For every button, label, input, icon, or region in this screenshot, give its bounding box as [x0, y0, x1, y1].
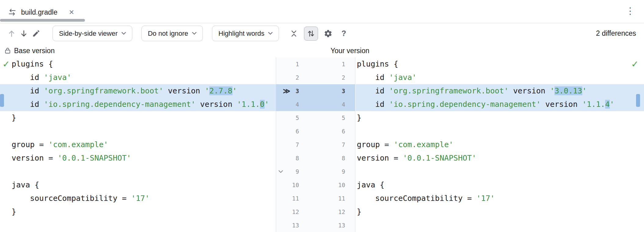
change-scroll-marker-left[interactable] — [0, 94, 4, 107]
line-number-left: 7 — [296, 138, 299, 151]
code-line[interactable]: plugins { — [356, 57, 644, 71]
code-line[interactable]: id 'io.spring.dependency-management' ver… — [356, 98, 644, 111]
diff-icon — [8, 8, 16, 16]
line-number-right: 3 — [342, 84, 345, 98]
code-segment: '0.0.1-SNAPSHOT' — [403, 154, 477, 162]
code-segment: 'com.example' — [48, 140, 108, 149]
gutter-row: 99 — [276, 165, 355, 178]
fold-chevron-icon[interactable] — [278, 169, 284, 175]
code-line[interactable]: version = '0.0.1-SNAPSHOT' — [0, 151, 276, 165]
chevron-down-icon — [122, 32, 126, 35]
line-number-left: 4 — [296, 98, 299, 111]
code-segment: 'org.springframework.boot' — [44, 86, 163, 95]
code-segment: 4 — [605, 100, 610, 109]
code-segment: version — [509, 86, 550, 95]
whitespace-policy-label: Do not ignore — [148, 30, 188, 38]
code-segment: ' — [232, 86, 237, 95]
code-line[interactable]: } — [356, 205, 644, 219]
previous-difference-button[interactable] — [5, 27, 18, 41]
line-number-left: 3 — [296, 84, 299, 98]
code-line[interactable]: } — [356, 111, 644, 125]
code-line[interactable]: plugins { — [0, 57, 276, 71]
code-segment: id — [357, 73, 389, 82]
version-header-row: Base version Your version — [0, 44, 644, 57]
line-number-right: 12 — [338, 205, 345, 219]
code-segment: } — [12, 207, 16, 216]
code-line[interactable] — [0, 125, 276, 138]
line-number-left: 5 — [296, 111, 299, 125]
code-line[interactable]: id 'io.spring.dependency-management' ver… — [0, 98, 276, 111]
code-line[interactable]: } — [0, 205, 276, 219]
gutter-row: 11 — [276, 57, 355, 71]
editor-tab-bar: build.gradle × ⋮ — [0, 0, 644, 23]
code-segment: 'io.spring.dependency-management' — [44, 100, 196, 109]
diff-gutter: 1122≫334455667788991010111112121313 — [276, 57, 355, 232]
code-segment: id — [357, 100, 389, 109]
viewer-mode-dropdown[interactable]: Side-by-side viewer — [53, 26, 132, 41]
code-line[interactable] — [356, 165, 644, 178]
code-line[interactable]: group = 'com.example' — [356, 138, 644, 151]
code-segment: '0.0.1-SNAPSHOT' — [58, 154, 131, 162]
change-scroll-marker-right[interactable] — [636, 94, 640, 107]
line-number-right: 2 — [342, 71, 345, 84]
code-line[interactable]: version = '0.0.1-SNAPSHOT' — [356, 151, 644, 165]
changes-applied-check-icon-right: ✓ — [631, 58, 639, 70]
synchronize-scrolling-toggle[interactable] — [304, 27, 318, 41]
code-segment: ' — [265, 100, 269, 109]
line-number-right: 13 — [338, 219, 345, 232]
code-line[interactable] — [0, 165, 276, 178]
line-number-right: 4 — [342, 98, 345, 111]
code-line[interactable]: id 'java' — [0, 71, 276, 84]
line-number-left: 6 — [296, 125, 299, 138]
highlight-mode-dropdown[interactable]: Highlight words — [212, 26, 279, 41]
changes-applied-check-icon-left: ✓ — [2, 58, 10, 70]
code-line[interactable]: group = 'com.example' — [0, 138, 276, 151]
code-segment: 2.7.8 — [209, 86, 232, 95]
help-icon[interactable]: ? — [338, 29, 349, 38]
code-segment: 3.0.13 — [554, 86, 582, 95]
current-change-marker-icon: ≫ — [283, 84, 290, 98]
gutter-row: 22 — [276, 71, 355, 84]
code-segment: plugins { — [357, 60, 398, 68]
code-segment: ' — [205, 86, 209, 95]
settings-gear-icon[interactable] — [321, 27, 335, 41]
whitespace-policy-dropdown[interactable]: Do not ignore — [141, 26, 203, 41]
more-options-icon[interactable]: ⋮ — [626, 5, 635, 16]
line-number-left: 13 — [292, 219, 299, 232]
code-segment: ' — [610, 100, 614, 109]
gutter-row: 1313 — [276, 219, 355, 232]
line-number-right: 10 — [338, 178, 345, 192]
next-difference-button[interactable] — [18, 27, 30, 41]
highlight-mode-label: Highlight words — [218, 30, 264, 38]
code-line[interactable]: java { — [356, 178, 644, 192]
code-segment: '17' — [476, 194, 495, 203]
code-segment: } — [357, 207, 361, 216]
code-line[interactable] — [356, 219, 644, 232]
code-line[interactable]: id 'java' — [356, 71, 644, 84]
code-line[interactable]: sourceCompatibility = '17' — [356, 192, 644, 205]
gutter-row: 1010 — [276, 178, 355, 192]
code-segment: 0 — [260, 100, 265, 109]
close-icon[interactable]: × — [69, 8, 74, 16]
diff-content: plugins { id 'java' id 'org.springframew… — [0, 57, 644, 232]
code-segment: '1.1. — [237, 100, 260, 109]
code-line[interactable]: id 'org.springframework.boot' version '3… — [356, 84, 644, 98]
code-line[interactable]: id 'org.springframework.boot' version '2… — [0, 84, 276, 98]
code-line[interactable] — [356, 125, 644, 138]
code-line[interactable]: java { — [0, 178, 276, 192]
gutter-row: 77 — [276, 138, 355, 151]
your-version-pane: plugins { id 'java' id 'org.springframew… — [356, 57, 644, 232]
sync-scroll-icon — [307, 30, 315, 38]
line-number-right: 1 — [342, 57, 345, 71]
code-line[interactable]: sourceCompatibility = '17' — [0, 192, 276, 205]
code-segment: version — [163, 86, 205, 95]
tab-build-gradle[interactable]: build.gradle × — [0, 0, 74, 21]
code-segment: } — [357, 113, 361, 122]
base-version-label: Base version — [14, 46, 55, 55]
collapse-unchanged-button[interactable] — [287, 27, 301, 41]
code-line[interactable]: } — [0, 111, 276, 125]
code-segment: } — [12, 113, 16, 122]
code-line[interactable] — [0, 219, 276, 232]
edit-icon[interactable] — [30, 27, 42, 41]
code-segment: ' — [550, 86, 554, 95]
